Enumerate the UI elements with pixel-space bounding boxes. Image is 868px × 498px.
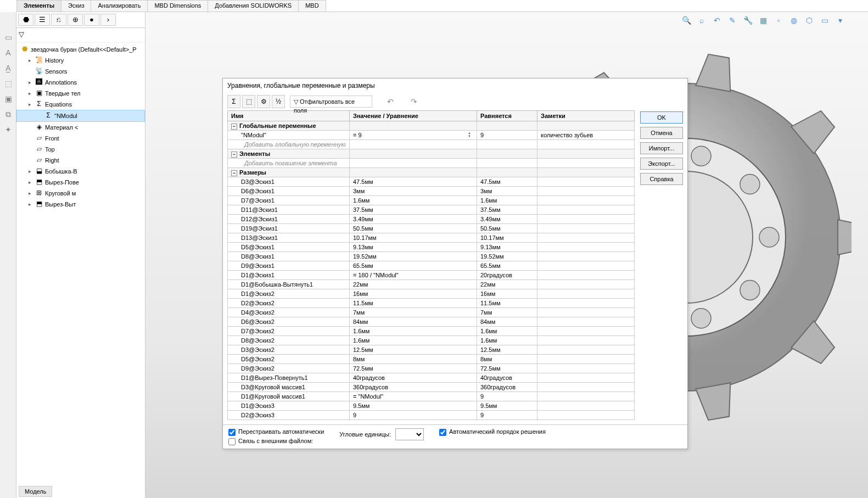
notes-cell[interactable]	[537, 299, 635, 308]
auto-order-checkbox[interactable]: Автоматический порядок решения	[439, 428, 546, 436]
rail-icon[interactable]: ⬚	[2, 77, 15, 90]
name-cell[interactable]: D1@Эскиз3	[228, 401, 350, 411]
table-row[interactable]: D1@Бобышка-Вытянуть122мм22мм	[228, 280, 635, 289]
value-cell[interactable]: 9	[350, 411, 477, 420]
table-row[interactable]: D5@Эскиз19.13мм9.13мм	[228, 243, 635, 252]
tree-item[interactable]: ◈Материал <	[16, 122, 145, 133]
funnel-icon[interactable]: ▽	[19, 30, 30, 40]
prev-view-icon[interactable]: ↶	[711, 14, 723, 26]
value-cell[interactable]: 65.5мм	[350, 261, 477, 271]
notes-cell[interactable]	[537, 355, 635, 364]
table-row[interactable]: D6@Эскиз13мм3мм	[228, 187, 635, 196]
section-header[interactable]: −Размеры	[228, 168, 350, 177]
notes-cell[interactable]	[537, 177, 635, 187]
tree-item[interactable]: ▸⬒Вырез-Выт	[16, 199, 145, 210]
table-row[interactable]: D1@Эскиз39.5мм9.5мм	[228, 401, 635, 411]
name-cell[interactable]: D13@Эскиз1	[228, 233, 350, 243]
col-notes-header[interactable]: Заметки	[537, 111, 635, 121]
name-cell[interactable]: D12@Эскиз1	[228, 215, 350, 224]
notes-cell[interactable]	[537, 252, 635, 261]
col-value-header[interactable]: Значение / Уравнение	[350, 111, 477, 121]
notes-cell[interactable]	[537, 392, 635, 401]
col-equals-header[interactable]: Равняется	[477, 111, 537, 121]
expand-icon[interactable]: ▸	[26, 169, 33, 174]
value-cell[interactable]: 37.5мм	[350, 205, 477, 215]
value-cell[interactable]: 40градусов	[350, 373, 477, 383]
name-cell[interactable]: D4@Эскиз2	[228, 308, 350, 317]
notes-cell[interactable]	[537, 243, 635, 252]
notes-cell[interactable]	[537, 383, 635, 392]
value-cell[interactable]: 7мм	[350, 308, 477, 317]
name-cell[interactable]: D3@Эскиз1	[228, 177, 350, 187]
tab-sketch[interactable]: Эскиз	[61, 0, 91, 12]
name-cell[interactable]: D3@Эскиз2	[228, 345, 350, 355]
table-row[interactable]: D9@Эскиз165.5мм65.5мм	[228, 261, 635, 271]
notes-cell[interactable]	[537, 215, 635, 224]
value-cell[interactable]: 11.5мм	[350, 299, 477, 308]
edit-icon[interactable]: ▾	[834, 14, 846, 26]
name-cell[interactable]: D6@Эскиз2	[228, 317, 350, 327]
rail-icon[interactable]: A	[2, 46, 15, 59]
style-icon[interactable]: ⬡	[803, 14, 815, 26]
dim-view-icon[interactable]: ⬚	[242, 95, 255, 108]
ok-button[interactable]: OK	[640, 111, 683, 124]
undo-icon[interactable]: ↶	[385, 97, 396, 106]
name-cell[interactable]: D1@Эскиз2	[228, 289, 350, 299]
notes-cell[interactable]	[537, 327, 635, 336]
help-button[interactable]: Справка	[640, 173, 683, 185]
table-row[interactable]: D3@Эскиз147.5мм47.5мм	[228, 177, 635, 187]
import-button[interactable]: Импорт...	[640, 142, 683, 154]
notes-cell[interactable]	[537, 205, 635, 215]
fm-tab-tree-icon[interactable]: ⬣	[18, 14, 33, 26]
rebuild-checkbox[interactable]: Перестраивать автоматически	[228, 428, 324, 436]
table-row[interactable]: D6@Эскиз284мм84мм	[228, 317, 635, 327]
redo-icon[interactable]: ↷	[408, 97, 419, 106]
value-cell[interactable]: 72.5мм	[350, 364, 477, 373]
notes-cell[interactable]	[537, 187, 635, 196]
notes-cell[interactable]	[537, 280, 635, 289]
export-button[interactable]: Экспорт...	[640, 158, 683, 170]
collapse-icon[interactable]: −	[231, 124, 237, 130]
name-cell[interactable]: D5@Эскиз1	[228, 243, 350, 252]
value-cell[interactable]: 3.49мм	[350, 215, 477, 224]
view-orient-icon[interactable]: ▫	[772, 14, 785, 26]
notes-cell[interactable]	[537, 308, 635, 317]
name-cell[interactable]: D8@Эскиз2	[228, 336, 350, 345]
value-cell[interactable]: 50.5мм	[350, 224, 477, 233]
tree-item[interactable]: ▸📜History	[16, 55, 145, 66]
display-icon[interactable]: 🔧	[742, 14, 754, 26]
tree-item[interactable]: ▱Front	[16, 133, 145, 144]
value-cell[interactable]: 8мм	[350, 355, 477, 364]
table-row[interactable]: D3@Эскиз212.5мм12.5мм	[228, 345, 635, 355]
expand-icon[interactable]: ▸	[26, 91, 33, 96]
rail-icon[interactable]: ⧉	[2, 108, 15, 121]
name-cell[interactable]: D2@Эскиз2	[228, 299, 350, 308]
rail-icon[interactable]: ✦	[2, 123, 15, 136]
name-cell[interactable]: D8@Эскиз1	[228, 252, 350, 261]
name-cell[interactable]: D1@Бобышка-Вытянуть1	[228, 280, 350, 289]
table-row[interactable]: D1@Эскиз1= 180 / "NModul"20градусов	[228, 271, 635, 280]
value-cell[interactable]: 360градусов	[350, 383, 477, 392]
notes-cell[interactable]	[537, 196, 635, 205]
expand-icon[interactable]: ▸	[26, 58, 33, 63]
sort-icon[interactable]: ½	[272, 95, 285, 108]
value-cell[interactable]: 84мм	[350, 317, 477, 327]
table-row[interactable]: D8@Эскиз119.52мм19.52мм	[228, 252, 635, 261]
value-cell[interactable]: 1.6мм	[350, 327, 477, 336]
section-header[interactable]: −Глобальные переменные	[228, 121, 350, 131]
value-cell[interactable]: 9.13мм	[350, 243, 477, 252]
tab-addins[interactable]: Добавления SOLIDWORKS	[208, 0, 299, 12]
tree-item[interactable]: ▱Right	[16, 155, 145, 166]
collapse-icon[interactable]: −	[231, 152, 237, 158]
value-cell[interactable]: = 9▲▼	[350, 131, 477, 140]
sigma-icon[interactable]: Σ	[227, 95, 240, 108]
table-row[interactable]: D5@Эскиз28мм8мм	[228, 355, 635, 364]
table-row[interactable]: D1@Вырез-Повернуть140градусов40градусов	[228, 373, 635, 383]
name-cell[interactable]: D1@Круговой массив1	[228, 392, 350, 401]
notes-cell[interactable]	[537, 271, 635, 280]
units-select[interactable]	[395, 428, 424, 440]
col-name-header[interactable]: Имя	[228, 111, 350, 121]
fm-tab-config-icon[interactable]: ⎌	[51, 14, 66, 26]
section-icon[interactable]: ✎	[726, 14, 738, 26]
value-cell[interactable]: = "NModul"	[350, 392, 477, 401]
